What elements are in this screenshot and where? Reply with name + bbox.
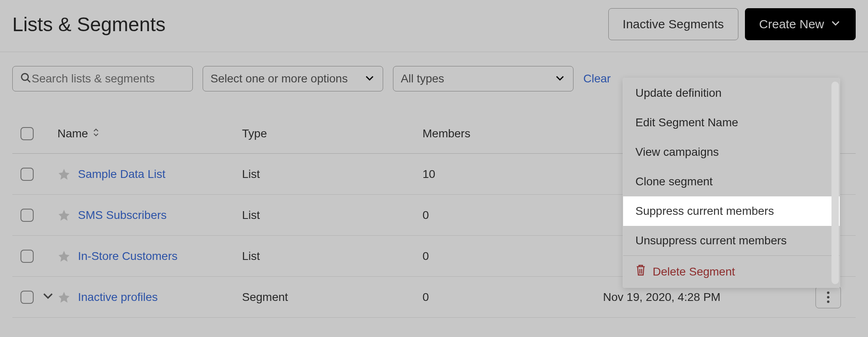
row-checkbox[interactable] <box>21 168 34 181</box>
types-select[interactable]: All types <box>393 66 573 91</box>
svg-point-0 <box>22 74 28 80</box>
trash-icon <box>635 264 646 279</box>
dropdown-item-update-definition[interactable]: Update definition <box>623 78 840 108</box>
star-icon[interactable] <box>57 250 71 263</box>
search-icon <box>20 72 32 85</box>
options-select[interactable]: Select one or more options <box>203 66 383 91</box>
chevron-down-icon <box>364 72 375 85</box>
dropdown-item-label: Clone segment <box>635 175 713 188</box>
dropdown-item-label: Update definition <box>635 87 722 100</box>
row-checkbox[interactable] <box>21 250 34 263</box>
row-name-link[interactable]: Inactive profiles <box>78 291 158 304</box>
row-members: 0 <box>423 250 603 263</box>
row-name-cell: SMS Subscribers <box>57 209 242 222</box>
row-name-cell: In-Store Customers <box>57 250 242 263</box>
row-kebab-button[interactable] <box>815 286 841 308</box>
header-actions: Inactive Segments Create New <box>608 8 856 40</box>
row-members: 10 <box>423 168 603 181</box>
inactive-segments-button[interactable]: Inactive Segments <box>608 8 738 40</box>
search-input-wrap[interactable] <box>12 66 193 91</box>
row-name-link[interactable]: In-Store Customers <box>78 250 178 263</box>
col-type-label: Type <box>242 127 267 140</box>
expand-chevron-icon[interactable] <box>41 289 55 305</box>
page-header: Lists & Segments Inactive Segments Creat… <box>0 0 868 52</box>
row-select-cell <box>12 289 57 305</box>
dropdown-item-label: Edit Segment Name <box>635 116 738 129</box>
svg-line-1 <box>27 80 30 82</box>
dropdown-item-label: Delete Segment <box>653 265 735 278</box>
search-input[interactable] <box>32 72 185 85</box>
create-new-button[interactable]: Create New <box>745 8 856 40</box>
sort-icon <box>92 127 100 140</box>
create-new-label: Create New <box>759 17 824 31</box>
dropdown-item-clone-segment[interactable]: Clone segment <box>623 167 840 196</box>
star-icon[interactable] <box>57 168 71 181</box>
col-members[interactable]: Members <box>423 127 603 140</box>
row-type: Segment <box>242 291 423 304</box>
dropdown-item-unsuppress-current-members[interactable]: Unsuppress current members <box>623 226 840 255</box>
chevron-down-icon <box>554 72 566 85</box>
svg-point-3 <box>827 296 829 298</box>
row-name-link[interactable]: SMS Subscribers <box>78 209 167 222</box>
dropdown-item-suppress-current-members[interactable]: Suppress current members <box>623 196 840 226</box>
row-name-link[interactable]: Sample Data List <box>78 168 165 181</box>
row-actions-dropdown: Update definitionEdit Segment NameView c… <box>623 78 840 288</box>
options-select-label: Select one or more options <box>210 72 348 85</box>
row-type: List <box>242 250 423 263</box>
row-select-cell <box>12 209 57 222</box>
row-type: List <box>242 209 423 222</box>
row-members: 0 <box>423 291 603 304</box>
row-checkbox[interactable] <box>21 209 34 222</box>
dropdown-item-edit-segment-name[interactable]: Edit Segment Name <box>623 108 840 137</box>
dropdown-item-label: Suppress current members <box>635 205 774 218</box>
row-type: List <box>242 168 423 181</box>
star-icon[interactable] <box>57 209 71 222</box>
dropdown-item-view-campaigns[interactable]: View campaigns <box>623 137 840 167</box>
row-created: Nov 19, 2020, 4:28 PM <box>603 291 800 304</box>
types-select-label: All types <box>401 72 444 85</box>
svg-point-2 <box>827 291 829 294</box>
page-title: Lists & Segments <box>12 13 166 36</box>
col-name-label: Name <box>57 127 88 140</box>
star-icon[interactable] <box>57 291 71 304</box>
row-members: 0 <box>423 209 603 222</box>
clear-filters-link[interactable]: Clear <box>583 72 611 85</box>
row-select-cell <box>12 250 57 263</box>
select-all-checkbox[interactable] <box>21 127 34 140</box>
row-actions-cell <box>800 286 849 308</box>
row-name-cell: Sample Data List <box>57 168 242 181</box>
dropdown-item-delete-segment[interactable]: Delete Segment <box>623 255 840 287</box>
dropdown-item-label: View campaigns <box>635 146 719 159</box>
row-name-cell: Inactive profiles <box>57 291 242 304</box>
row-select-cell <box>12 168 57 181</box>
col-members-label: Members <box>423 127 471 140</box>
dropdown-scrollbar[interactable] <box>831 82 839 284</box>
col-name[interactable]: Name <box>57 127 242 140</box>
svg-point-4 <box>827 301 829 303</box>
row-checkbox[interactable] <box>21 291 34 304</box>
col-type[interactable]: Type <box>242 127 423 140</box>
inactive-segments-label: Inactive Segments <box>623 17 724 31</box>
select-all-col <box>12 127 57 140</box>
dropdown-item-label: Unsuppress current members <box>635 234 787 247</box>
chevron-down-icon <box>830 17 841 32</box>
